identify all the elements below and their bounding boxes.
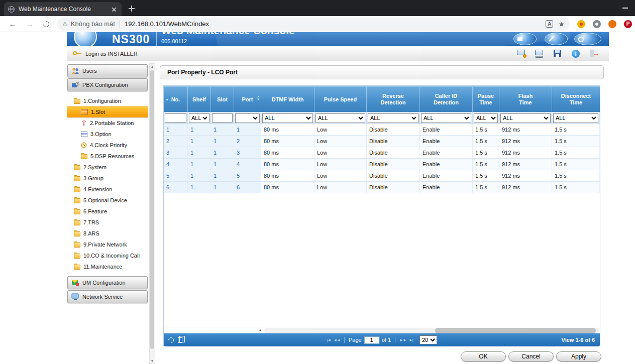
apply-button[interactable]: Apply <box>556 351 601 361</box>
logout-button[interactable]: → <box>589 49 599 58</box>
tree-item-maintenance[interactable]: 11.Maintenance <box>67 261 148 272</box>
minimize-button[interactable] <box>622 8 628 9</box>
url-text[interactable]: 192.168.0.101/WebMC/index <box>125 20 546 28</box>
first-page-icon[interactable]: |◄ <box>327 338 331 342</box>
reload-icon[interactable] <box>42 20 51 28</box>
page-number-input[interactable] <box>364 336 379 344</box>
forward-icon[interactable]: → <box>25 20 34 28</box>
prev-page-icon[interactable]: ◄◄ <box>333 338 340 342</box>
table-row[interactable]: 4 1 1 4 80 ms Low Disable Enable 1.5 s 9… <box>164 159 600 170</box>
new-tab-button[interactable] <box>128 5 136 13</box>
tree-item-feature[interactable]: 6.Feature <box>67 206 148 217</box>
tree-item-dsp-resources[interactable]: 5.DSP Resources <box>67 151 148 162</box>
sidebar-section-pbx-configuration[interactable]: PBX Configuration <box>67 78 148 91</box>
column-header-port[interactable]: Port▲▼ <box>234 87 261 112</box>
tree-item-label: 4.Extension <box>83 186 112 192</box>
column-header-disconnect-time[interactable]: Disconnect Time <box>552 87 600 112</box>
table-row[interactable]: 6 1 1 6 80 ms Low Disable Enable 1.5 s 9… <box>164 182 600 193</box>
scroll-left-icon[interactable]: ◄ <box>258 328 262 332</box>
column-header-pulse-speed[interactable]: Pulse Speed <box>314 87 367 112</box>
ok-button[interactable]: OK <box>461 351 506 361</box>
filter-slot-input[interactable] <box>212 113 233 123</box>
bookmark-star-icon[interactable]: ★ <box>558 20 565 28</box>
sidebar-section-um-configuration[interactable]: UM Configuration <box>67 276 148 289</box>
table-row[interactable]: 1 1 1 1 80 ms Low Disable Enable 1.5 s 9… <box>164 124 600 136</box>
filter-port-select[interactable] <box>235 113 260 123</box>
cell-flash-time: 912 ms <box>499 136 552 147</box>
scrollbar-track[interactable] <box>264 328 599 333</box>
console-button[interactable] <box>535 49 545 58</box>
browser-tab[interactable]: Web Maintenance Console <box>4 2 122 16</box>
column-header-dtmf-width[interactable]: DTMF Width <box>261 87 314 112</box>
table-row[interactable]: 5 1 1 5 80 ms Low Disable Enable 1.5 s 9… <box>164 170 600 182</box>
filter-no-input[interactable] <box>165 113 186 123</box>
tree-item-group[interactable]: 3.Group <box>67 173 148 184</box>
last-page-icon[interactable]: ►| <box>409 338 413 342</box>
column-header-flash-time[interactable]: Flash Time <box>499 87 552 112</box>
tree-item-option[interactable]: 3.Option <box>67 129 148 140</box>
tree-item-portable-station[interactable]: 2.Portable Station <box>67 117 148 129</box>
tree-item-ars[interactable]: 8.ARS <box>67 228 148 239</box>
scroll-down-icon[interactable]: ▼ <box>150 359 155 362</box>
filter-flash-select[interactable]: ALL <box>500 113 551 123</box>
sidebar: Users PBX Configuration 1.Configuration … <box>67 63 148 304</box>
cell-caller-id-detection: Enable <box>420 182 473 193</box>
scrollbar-thumb[interactable] <box>150 70 154 349</box>
tree-item-clock-priority[interactable]: 4.Clock Priority <box>67 140 148 151</box>
filter-shelf-select[interactable]: ALL <box>189 113 209 123</box>
folder-icon <box>74 242 80 248</box>
info-button[interactable]: i <box>571 49 581 58</box>
tree-item-optional-device[interactable]: 5.Optional Device <box>67 195 148 206</box>
filter-disconnect-select[interactable]: ALL <box>553 113 598 123</box>
tree-item-trs[interactable]: 7.TRS <box>67 217 148 228</box>
filter-pulse-select[interactable]: ALL <box>315 113 365 123</box>
filter-reverse-select[interactable]: ALL <box>368 113 418 123</box>
refresh-icon[interactable] <box>167 336 175 344</box>
cell-caller-id-detection: Enable <box>420 147 473 158</box>
column-header-shelf[interactable]: Shelf <box>188 87 211 112</box>
page-size-select[interactable]: 20 <box>419 335 437 344</box>
url-bar[interactable]: ⚠ Không bảo mật 192.168.0.101/WebMC/inde… <box>57 18 570 31</box>
filter-dtmf-select[interactable]: ALL <box>262 113 313 123</box>
extension-icon-3[interactable] <box>608 20 616 28</box>
translate-icon[interactable]: A <box>546 20 553 28</box>
extension-icon-2[interactable] <box>593 20 601 28</box>
tree-item-co-incoming-call[interactable]: 10.CO & Incoming Call <box>67 250 148 261</box>
column-header-no[interactable]: ▲No. <box>164 87 188 112</box>
horizontal-scrollbar[interactable]: ◄ <box>164 327 600 333</box>
scroll-up-icon[interactable]: ▲ <box>150 65 155 68</box>
tree-item-extension[interactable]: 4.Extension <box>67 184 148 195</box>
filter-pause-select[interactable]: ALL <box>474 113 498 123</box>
tree-item-system[interactable]: 2.System <box>67 162 148 173</box>
tree-item-slot[interactable]: 1.Slot <box>67 106 148 117</box>
extension-icon-4[interactable]: P <box>624 20 632 28</box>
table-row[interactable]: 3 1 1 3 80 ms Low Disable Enable 1.5 s 9… <box>164 147 600 159</box>
tools-button[interactable] <box>545 33 568 45</box>
tree-item-private-network[interactable]: 9.Private Network <box>67 239 148 250</box>
back-icon[interactable]: ← <box>8 20 17 28</box>
cell-disconnect-time: 1.5 s <box>552 124 600 135</box>
table-row[interactable]: 2 1 1 2 80 ms Low Disable Enable 1.5 s 9… <box>164 136 600 147</box>
sort-icons[interactable]: ▲▼ <box>257 95 260 101</box>
scrollbar-thumb[interactable] <box>435 328 596 333</box>
security-label[interactable]: Không bảo mật <box>71 20 115 28</box>
home-button[interactable] <box>513 33 537 45</box>
sidebar-section-users[interactable]: Users <box>67 64 148 77</box>
save-button[interactable] <box>553 49 563 58</box>
next-page-icon[interactable]: ►► <box>399 338 406 342</box>
filter-caller-id-select[interactable]: ALL <box>421 113 471 123</box>
close-tab-icon[interactable] <box>111 6 118 13</box>
settings-button[interactable] <box>574 33 601 45</box>
column-header-slot[interactable]: Slot <box>211 87 234 112</box>
sidebar-scrollbar[interactable]: ▲ ▼ <box>149 63 155 364</box>
column-header-pause-time[interactable]: Pause Time <box>473 87 499 112</box>
column-header-caller-id-detection[interactable]: Caller ID Detection <box>420 87 473 112</box>
system-monitor-button[interactable] <box>516 49 526 58</box>
cancel-button[interactable]: Cancel <box>508 351 554 361</box>
sidebar-section-network-service[interactable]: Network Service <box>67 290 148 303</box>
cell-dtmf-width: 80 ms <box>261 170 314 181</box>
extension-icon-1[interactable] <box>577 20 585 28</box>
copy-icon[interactable] <box>178 337 182 343</box>
tree-item-configuration[interactable]: 1.Configuration <box>67 95 148 106</box>
column-header-reverse-detection[interactable]: Reverse Detection <box>367 87 420 112</box>
